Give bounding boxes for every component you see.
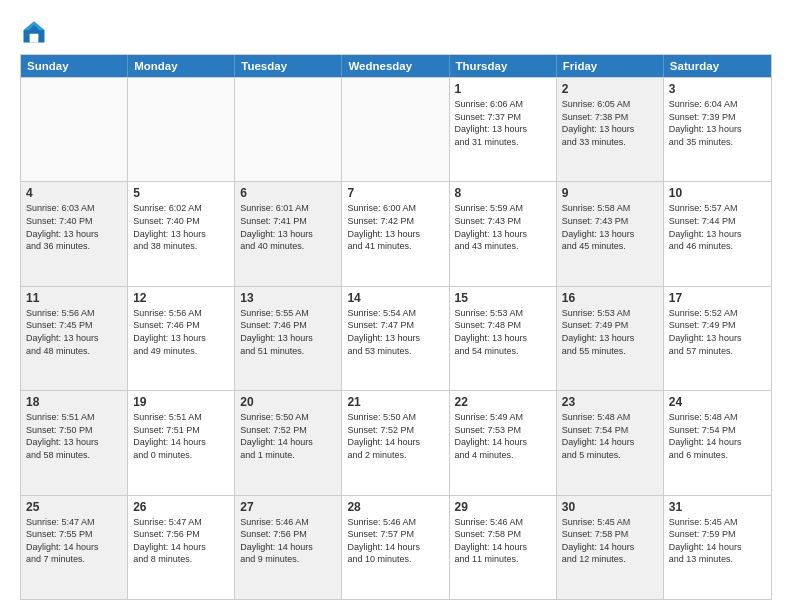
calendar-cell: 6Sunrise: 6:01 AM Sunset: 7:41 PM Daylig… [235, 182, 342, 285]
day-number: 1 [455, 82, 551, 96]
cell-info: Sunrise: 5:54 AM Sunset: 7:47 PM Dayligh… [347, 307, 443, 357]
calendar-cell: 2Sunrise: 6:05 AM Sunset: 7:38 PM Daylig… [557, 78, 664, 181]
calendar-cell: 28Sunrise: 5:46 AM Sunset: 7:57 PM Dayli… [342, 496, 449, 599]
cell-info: Sunrise: 5:46 AM Sunset: 7:58 PM Dayligh… [455, 516, 551, 566]
cell-info: Sunrise: 5:51 AM Sunset: 7:50 PM Dayligh… [26, 411, 122, 461]
cell-info: Sunrise: 6:04 AM Sunset: 7:39 PM Dayligh… [669, 98, 766, 148]
day-number: 19 [133, 395, 229, 409]
calendar-cell: 1Sunrise: 6:06 AM Sunset: 7:37 PM Daylig… [450, 78, 557, 181]
cell-info: Sunrise: 5:52 AM Sunset: 7:49 PM Dayligh… [669, 307, 766, 357]
day-number: 8 [455, 186, 551, 200]
header [20, 18, 772, 46]
weekday-header-sunday: Sunday [21, 55, 128, 77]
calendar-cell: 27Sunrise: 5:46 AM Sunset: 7:56 PM Dayli… [235, 496, 342, 599]
cell-info: Sunrise: 6:01 AM Sunset: 7:41 PM Dayligh… [240, 202, 336, 252]
calendar-row-3: 11Sunrise: 5:56 AM Sunset: 7:45 PM Dayli… [21, 286, 771, 390]
cell-info: Sunrise: 6:05 AM Sunset: 7:38 PM Dayligh… [562, 98, 658, 148]
cell-info: Sunrise: 5:53 AM Sunset: 7:49 PM Dayligh… [562, 307, 658, 357]
cell-info: Sunrise: 6:00 AM Sunset: 7:42 PM Dayligh… [347, 202, 443, 252]
day-number: 20 [240, 395, 336, 409]
day-number: 16 [562, 291, 658, 305]
day-number: 24 [669, 395, 766, 409]
cell-info: Sunrise: 5:55 AM Sunset: 7:46 PM Dayligh… [240, 307, 336, 357]
calendar-cell: 16Sunrise: 5:53 AM Sunset: 7:49 PM Dayli… [557, 287, 664, 390]
cell-info: Sunrise: 5:50 AM Sunset: 7:52 PM Dayligh… [240, 411, 336, 461]
calendar-cell [235, 78, 342, 181]
calendar-cell: 26Sunrise: 5:47 AM Sunset: 7:56 PM Dayli… [128, 496, 235, 599]
calendar-header: SundayMondayTuesdayWednesdayThursdayFrid… [21, 55, 771, 77]
calendar-cell: 24Sunrise: 5:48 AM Sunset: 7:54 PM Dayli… [664, 391, 771, 494]
day-number: 4 [26, 186, 122, 200]
day-number: 29 [455, 500, 551, 514]
cell-info: Sunrise: 5:56 AM Sunset: 7:46 PM Dayligh… [133, 307, 229, 357]
weekday-header-monday: Monday [128, 55, 235, 77]
weekday-header-tuesday: Tuesday [235, 55, 342, 77]
calendar-cell: 19Sunrise: 5:51 AM Sunset: 7:51 PM Dayli… [128, 391, 235, 494]
calendar-cell: 13Sunrise: 5:55 AM Sunset: 7:46 PM Dayli… [235, 287, 342, 390]
day-number: 11 [26, 291, 122, 305]
cell-info: Sunrise: 6:06 AM Sunset: 7:37 PM Dayligh… [455, 98, 551, 148]
cell-info: Sunrise: 5:57 AM Sunset: 7:44 PM Dayligh… [669, 202, 766, 252]
cell-info: Sunrise: 5:50 AM Sunset: 7:52 PM Dayligh… [347, 411, 443, 461]
calendar-cell: 15Sunrise: 5:53 AM Sunset: 7:48 PM Dayli… [450, 287, 557, 390]
calendar-cell: 23Sunrise: 5:48 AM Sunset: 7:54 PM Dayli… [557, 391, 664, 494]
calendar-row-2: 4Sunrise: 6:03 AM Sunset: 7:40 PM Daylig… [21, 181, 771, 285]
calendar-cell: 20Sunrise: 5:50 AM Sunset: 7:52 PM Dayli… [235, 391, 342, 494]
day-number: 22 [455, 395, 551, 409]
calendar-cell: 31Sunrise: 5:45 AM Sunset: 7:59 PM Dayli… [664, 496, 771, 599]
cell-info: Sunrise: 5:49 AM Sunset: 7:53 PM Dayligh… [455, 411, 551, 461]
calendar-body: 1Sunrise: 6:06 AM Sunset: 7:37 PM Daylig… [21, 77, 771, 599]
calendar-cell: 9Sunrise: 5:58 AM Sunset: 7:43 PM Daylig… [557, 182, 664, 285]
weekday-header-friday: Friday [557, 55, 664, 77]
day-number: 13 [240, 291, 336, 305]
cell-info: Sunrise: 5:48 AM Sunset: 7:54 PM Dayligh… [669, 411, 766, 461]
day-number: 27 [240, 500, 336, 514]
cell-info: Sunrise: 5:47 AM Sunset: 7:55 PM Dayligh… [26, 516, 122, 566]
calendar-row-5: 25Sunrise: 5:47 AM Sunset: 7:55 PM Dayli… [21, 495, 771, 599]
day-number: 26 [133, 500, 229, 514]
calendar-row-4: 18Sunrise: 5:51 AM Sunset: 7:50 PM Dayli… [21, 390, 771, 494]
calendar-cell: 12Sunrise: 5:56 AM Sunset: 7:46 PM Dayli… [128, 287, 235, 390]
calendar-cell: 22Sunrise: 5:49 AM Sunset: 7:53 PM Dayli… [450, 391, 557, 494]
day-number: 3 [669, 82, 766, 96]
day-number: 21 [347, 395, 443, 409]
day-number: 15 [455, 291, 551, 305]
cell-info: Sunrise: 6:03 AM Sunset: 7:40 PM Dayligh… [26, 202, 122, 252]
logo-icon [20, 18, 48, 46]
calendar-cell: 25Sunrise: 5:47 AM Sunset: 7:55 PM Dayli… [21, 496, 128, 599]
day-number: 25 [26, 500, 122, 514]
cell-info: Sunrise: 5:48 AM Sunset: 7:54 PM Dayligh… [562, 411, 658, 461]
cell-info: Sunrise: 5:45 AM Sunset: 7:59 PM Dayligh… [669, 516, 766, 566]
calendar-cell [21, 78, 128, 181]
calendar-cell: 30Sunrise: 5:45 AM Sunset: 7:58 PM Dayli… [557, 496, 664, 599]
day-number: 28 [347, 500, 443, 514]
day-number: 18 [26, 395, 122, 409]
day-number: 7 [347, 186, 443, 200]
cell-info: Sunrise: 5:47 AM Sunset: 7:56 PM Dayligh… [133, 516, 229, 566]
calendar-cell: 21Sunrise: 5:50 AM Sunset: 7:52 PM Dayli… [342, 391, 449, 494]
calendar: SundayMondayTuesdayWednesdayThursdayFrid… [20, 54, 772, 600]
day-number: 6 [240, 186, 336, 200]
cell-info: Sunrise: 5:46 AM Sunset: 7:57 PM Dayligh… [347, 516, 443, 566]
day-number: 31 [669, 500, 766, 514]
day-number: 30 [562, 500, 658, 514]
day-number: 14 [347, 291, 443, 305]
calendar-cell: 11Sunrise: 5:56 AM Sunset: 7:45 PM Dayli… [21, 287, 128, 390]
day-number: 23 [562, 395, 658, 409]
day-number: 10 [669, 186, 766, 200]
calendar-cell: 3Sunrise: 6:04 AM Sunset: 7:39 PM Daylig… [664, 78, 771, 181]
day-number: 2 [562, 82, 658, 96]
svg-rect-2 [30, 34, 39, 43]
cell-info: Sunrise: 5:46 AM Sunset: 7:56 PM Dayligh… [240, 516, 336, 566]
cell-info: Sunrise: 5:51 AM Sunset: 7:51 PM Dayligh… [133, 411, 229, 461]
calendar-cell: 18Sunrise: 5:51 AM Sunset: 7:50 PM Dayli… [21, 391, 128, 494]
cell-info: Sunrise: 5:53 AM Sunset: 7:48 PM Dayligh… [455, 307, 551, 357]
calendar-cell: 7Sunrise: 6:00 AM Sunset: 7:42 PM Daylig… [342, 182, 449, 285]
cell-info: Sunrise: 6:02 AM Sunset: 7:40 PM Dayligh… [133, 202, 229, 252]
calendar-cell [128, 78, 235, 181]
calendar-cell: 5Sunrise: 6:02 AM Sunset: 7:40 PM Daylig… [128, 182, 235, 285]
day-number: 9 [562, 186, 658, 200]
calendar-cell: 4Sunrise: 6:03 AM Sunset: 7:40 PM Daylig… [21, 182, 128, 285]
day-number: 17 [669, 291, 766, 305]
day-number: 12 [133, 291, 229, 305]
